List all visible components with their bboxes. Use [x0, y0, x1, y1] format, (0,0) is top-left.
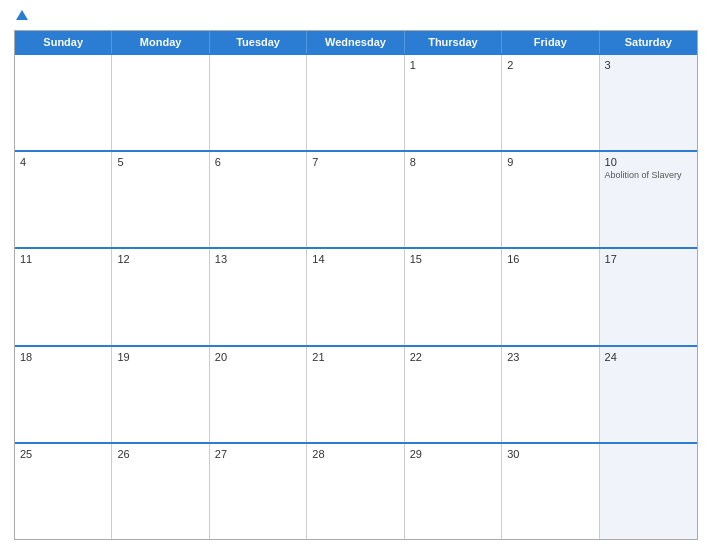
day-number: 27	[215, 448, 301, 460]
calendar-week-3: 11121314151617	[15, 247, 697, 344]
day-number: 14	[312, 253, 398, 265]
calendar-cell: 8	[405, 152, 502, 247]
calendar-cell: 25	[15, 444, 112, 539]
day-number: 24	[605, 351, 692, 363]
calendar-cell: 5	[112, 152, 209, 247]
day-of-week-wednesday: Wednesday	[307, 31, 404, 53]
day-number: 5	[117, 156, 203, 168]
day-number: 25	[20, 448, 106, 460]
calendar-cell: 16	[502, 249, 599, 344]
header	[14, 10, 698, 22]
calendar-cell: 18	[15, 347, 112, 442]
day-number: 30	[507, 448, 593, 460]
calendar-cell: 22	[405, 347, 502, 442]
day-number: 8	[410, 156, 496, 168]
page: SundayMondayTuesdayWednesdayThursdayFrid…	[0, 0, 712, 550]
calendar-cell: 29	[405, 444, 502, 539]
day-number: 15	[410, 253, 496, 265]
calendar-cell	[307, 55, 404, 150]
calendar-body: 12345678910Abolition of Slavery111213141…	[15, 53, 697, 539]
calendar-cell: 9	[502, 152, 599, 247]
logo-text-group	[14, 10, 28, 22]
day-number: 18	[20, 351, 106, 363]
calendar-header: SundayMondayTuesdayWednesdayThursdayFrid…	[15, 31, 697, 53]
day-number: 10	[605, 156, 692, 168]
day-number: 20	[215, 351, 301, 363]
calendar-cell: 2	[502, 55, 599, 150]
calendar-week-4: 18192021222324	[15, 345, 697, 442]
calendar-cell: 13	[210, 249, 307, 344]
day-number: 7	[312, 156, 398, 168]
calendar-cell: 20	[210, 347, 307, 442]
day-number: 12	[117, 253, 203, 265]
day-number: 22	[410, 351, 496, 363]
calendar-week-5: 252627282930	[15, 442, 697, 539]
calendar-cell: 28	[307, 444, 404, 539]
calendar-cell: 23	[502, 347, 599, 442]
calendar-cell	[600, 444, 697, 539]
calendar-cell	[210, 55, 307, 150]
day-number: 1	[410, 59, 496, 71]
calendar-cell: 6	[210, 152, 307, 247]
day-number: 13	[215, 253, 301, 265]
calendar-cell: 7	[307, 152, 404, 247]
calendar-cell: 19	[112, 347, 209, 442]
logo	[14, 10, 28, 22]
day-number: 17	[605, 253, 692, 265]
day-of-week-monday: Monday	[112, 31, 209, 53]
day-number: 21	[312, 351, 398, 363]
day-number: 28	[312, 448, 398, 460]
calendar-cell: 11	[15, 249, 112, 344]
calendar-cell: 27	[210, 444, 307, 539]
calendar-cell: 4	[15, 152, 112, 247]
day-number: 4	[20, 156, 106, 168]
calendar-week-2: 45678910Abolition of Slavery	[15, 150, 697, 247]
calendar-cell: 12	[112, 249, 209, 344]
day-of-week-thursday: Thursday	[405, 31, 502, 53]
day-of-week-tuesday: Tuesday	[210, 31, 307, 53]
calendar-cell: 10Abolition of Slavery	[600, 152, 697, 247]
calendar-cell: 17	[600, 249, 697, 344]
logo-triangle-icon	[16, 10, 28, 20]
day-number: 2	[507, 59, 593, 71]
calendar-cell: 26	[112, 444, 209, 539]
day-number: 3	[605, 59, 692, 71]
day-number: 19	[117, 351, 203, 363]
day-number: 6	[215, 156, 301, 168]
day-of-week-sunday: Sunday	[15, 31, 112, 53]
calendar-cell: 1	[405, 55, 502, 150]
day-number: 9	[507, 156, 593, 168]
calendar-event: Abolition of Slavery	[605, 170, 692, 181]
calendar-cell: 3	[600, 55, 697, 150]
day-number: 23	[507, 351, 593, 363]
calendar-cell: 21	[307, 347, 404, 442]
calendar-cell: 15	[405, 249, 502, 344]
calendar-cell	[15, 55, 112, 150]
logo-top-row	[14, 10, 28, 22]
day-number: 29	[410, 448, 496, 460]
calendar-cell: 24	[600, 347, 697, 442]
calendar-week-1: 123	[15, 53, 697, 150]
calendar-cell: 30	[502, 444, 599, 539]
day-of-week-friday: Friday	[502, 31, 599, 53]
calendar: SundayMondayTuesdayWednesdayThursdayFrid…	[14, 30, 698, 540]
day-number: 26	[117, 448, 203, 460]
day-number: 11	[20, 253, 106, 265]
calendar-cell: 14	[307, 249, 404, 344]
calendar-cell	[112, 55, 209, 150]
day-of-week-saturday: Saturday	[600, 31, 697, 53]
day-number: 16	[507, 253, 593, 265]
